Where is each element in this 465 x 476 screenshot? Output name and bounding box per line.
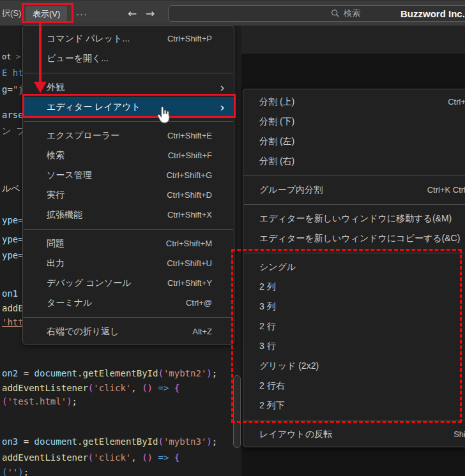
menu-item-8[interactable]: エディターを新しいウィンドウにコピーする(&C) [243,228,465,248]
menu-separator [24,317,233,318]
code-line: ルベ [2,182,20,195]
annotation-box-view-menu [22,3,73,23]
menu-separator [24,229,233,230]
menu-item-label: 出力 [47,258,167,269]
menu-item-14[interactable]: デバッグ コンソールCtrl+Shift+Y [23,273,234,293]
search-icon [331,9,340,18]
menu-item-shortcut: Ctrl+@ [186,298,212,308]
menu-item-label: 分割 (下) [259,116,465,128]
menu-item-10[interactable]: 拡張機能Ctrl+Shift+X [23,205,234,225]
menu-item-6[interactable]: エクスプローラーCtrl+Shift+E [23,126,234,145]
search-placeholder: 検索 [344,8,360,19]
annotation-dashed-box-layout-options [231,249,462,423]
menu-item-9[interactable]: 実行Ctrl+Shift+D [23,185,234,205]
menu-item-label: デバッグ コンソール [47,278,167,289]
forward-arrow-icon[interactable]: → [146,1,155,26]
menu-item-7[interactable]: 検索Ctrl+Shift+F [23,145,234,165]
menu-item-2[interactable]: 分割 (左) [243,131,465,151]
menu-item-label: 分割 (右) [259,156,465,167]
menu-item-shortcut: Ctrl+Shift+M [166,239,212,248]
menu-item-label: 拡張機能 [47,209,167,221]
more-icon[interactable]: ··· [76,1,88,26]
code-line: addEventListener('click', () => { [2,452,179,464]
menu-separator [24,73,233,73]
menu-item-shortcut: Ctrl+ [448,97,465,107]
menu-item-15[interactable]: ターミナルCtrl+@ [23,293,234,313]
menu-item-13[interactable]: 出力Ctrl+Shift+U [23,253,234,273]
menu-item-12[interactable]: 問題Ctrl+Shift+M [23,234,234,253]
menu-separator [244,175,465,176]
menu-item-shortcut: Ctrl+Shift+U [167,258,212,268]
menu-item-shortcut: Alt+Z [192,327,212,336]
search-label-group[interactable]: 検索 [331,1,360,26]
menu-item-shortcut: Ctrl+Shift+F [168,151,212,160]
menu-item-shortcut: Ctrl+Shift+Y [167,278,212,288]
menu-item-0[interactable]: コマンド パレット...Ctrl+Shift+P [23,29,234,48]
menu-item-label: コマンド パレット... [47,33,167,45]
view-menu-dropdown: コマンド パレット...Ctrl+Shift+Pビューを開く...外観›エディタ… [22,26,234,345]
menu-item-shortcut: Ctrl+K Ctrl [427,185,465,195]
hand-cursor-icon [155,106,172,128]
menu-item-1[interactable]: ビューを開く... [23,48,234,68]
menu-item-label: エディターを新しいウィンドウに移動する(&M) [259,213,465,225]
menu-item-0[interactable]: 分割 (上)Ctrl+ [243,92,465,112]
menu-separator [244,204,465,205]
menu-item-label: 実行 [47,190,167,201]
menu-item-shortcut: Ctrl+Shift+D [167,190,212,200]
menu-item-label: レイアウトの反転 [259,429,454,440]
annotation-arrow-line [39,23,42,83]
back-arrow-icon[interactable]: ← [128,1,137,26]
menu-item-label: グループ内分割 [259,184,427,196]
code-line: on2 = document.getElementById('mybtn2'); [2,368,217,380]
menu-item-1[interactable]: 分割 (下) [243,112,465,131]
menu-item-label: 問題 [47,238,166,249]
menu-item-label: 検索 [47,150,168,161]
menu-item-label: 右端での折り返し [47,326,192,338]
menu-item-label: 分割 (左) [259,136,465,147]
annotation-box-editor-layout [22,94,236,118]
code-line: g="j [2,84,24,96]
menu-item-shortcut: Ctrl+Shift+P [167,34,212,43]
menu-item-7[interactable]: エディターを新しいウィンドウに移動する(&M) [243,209,465,228]
annotation-arrow-head [34,82,47,93]
menu-item-label: 分割 (上) [259,96,448,108]
menu-item-17[interactable]: 右端での折り返しAlt+Z [23,322,234,341]
menu-item-label: エクスプローラー [47,130,167,142]
code-line: addEventListener('click', () => { [2,382,179,394]
menu-item-label: ソース管理 [47,170,166,181]
menu-item-label: エディターを新しいウィンドウにコピーする(&C) [259,233,465,244]
menu-item-label: ターミナル [47,297,186,309]
watermark-text: Buzzword Inc. [400,1,465,26]
code-line: 'htt [2,316,24,329]
menu-item-5[interactable]: グループ内分割Ctrl+K Ctrl [243,180,465,200]
menu-item-shortcut: Shi [454,429,465,439]
menu-item-3[interactable]: 分割 (右) [243,151,465,171]
menubar-item-selection[interactable]: 択(S) [2,1,21,26]
menu-separator [24,121,233,122]
menu-item-label: 外観 [47,82,212,93]
menu-item-label: ビューを開く... [47,53,212,64]
menu-item-19[interactable]: レイアウトの反転Shi [243,424,465,444]
menu-item-shortcut: Ctrl+Shift+X [167,210,212,219]
code-line: ('test.html'); [2,396,77,408]
code-line: on3 = document.getElementById('mybtn3'); [2,436,217,448]
menu-item-shortcut: Ctrl+Shift+G [166,170,212,180]
code-line: (''); [2,466,29,476]
menu-item-8[interactable]: ソース管理Ctrl+Shift+G [23,165,234,185]
editor-tab-band [241,26,465,54]
menu-item-shortcut: Ctrl+Shift+E [167,131,212,140]
